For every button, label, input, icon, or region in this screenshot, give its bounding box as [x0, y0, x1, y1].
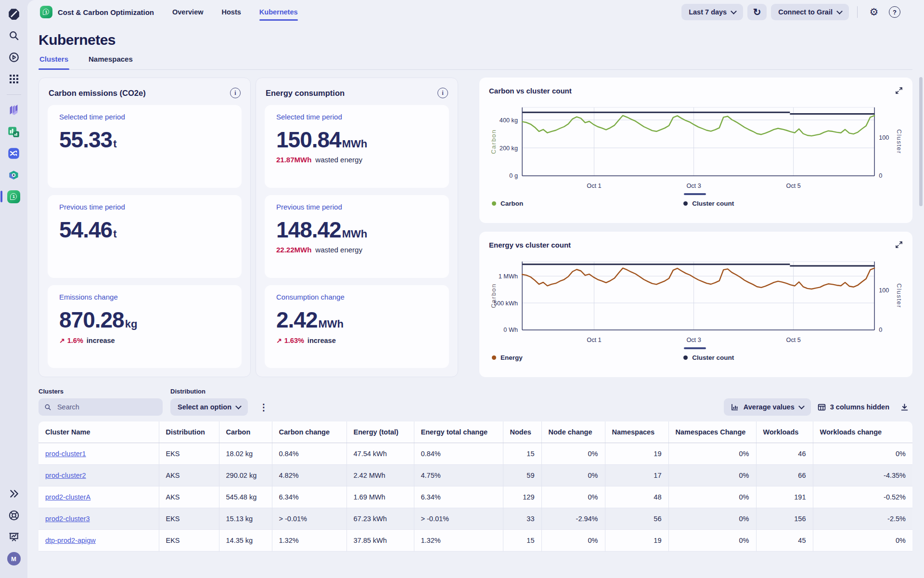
table-cell: 48	[605, 486, 668, 508]
column-header[interactable]: Distribution	[159, 421, 219, 443]
tile-unit: t	[113, 138, 116, 150]
expand-icon[interactable]	[895, 241, 903, 249]
bar-chart-icon	[731, 403, 739, 411]
tab-clusters[interactable]: Clusters	[38, 50, 69, 69]
table-cell: 4.75%	[414, 465, 503, 486]
cluster-link[interactable]: dtp-prod2-apigw	[45, 537, 96, 544]
layers-app-icon	[7, 104, 20, 117]
column-header[interactable]: Carbon	[219, 421, 272, 443]
settings-button[interactable]	[866, 4, 882, 20]
refresh-button[interactable]	[747, 4, 767, 20]
nav-tab-kubernetes[interactable]: Kubernetes	[259, 0, 298, 24]
legend-item[interactable]: Cluster count	[683, 200, 734, 207]
table-cell: 0%	[668, 443, 756, 465]
expand-icon[interactable]	[895, 87, 903, 94]
search-button[interactable]	[5, 26, 23, 45]
distribution-filter-label: Distribution	[170, 388, 248, 395]
y-axis-title: Carbon	[490, 129, 497, 154]
nav-tab-hosts[interactable]: Hosts	[222, 0, 241, 24]
nav-tab-overview[interactable]: Overview	[172, 0, 204, 24]
expand-sidebar-button[interactable]	[5, 485, 23, 503]
cluster-search[interactable]	[38, 398, 163, 416]
vertical-scrollbar[interactable]	[919, 77, 923, 206]
kebab-menu-icon	[259, 402, 269, 413]
whats-new-button[interactable]	[5, 528, 23, 546]
table-cell: AKS	[159, 465, 219, 486]
column-header[interactable]: Nodes	[503, 421, 541, 443]
info-icon[interactable]	[437, 88, 448, 98]
columns-hidden-button[interactable]: 3 columns hidden	[818, 403, 889, 411]
value-mode-select[interactable]: Average values	[724, 398, 811, 416]
download-button[interactable]	[896, 399, 912, 415]
previous-period-tile: Previous time period 148.42MWh 22.22MWhw…	[265, 195, 449, 278]
carbon-vs-cluster-chart: 0 g200 kg400 kg0100Oct 1Oct 3Oct 5Carbon…	[489, 101, 903, 192]
y-axis-tick: 500 kWh	[494, 300, 518, 307]
legend-item[interactable]: Energy	[492, 354, 523, 361]
chart-horizontal-scrollbar[interactable]	[684, 347, 706, 349]
sidebar-item-workflows-app[interactable]	[5, 144, 23, 162]
legend-label: Energy	[500, 354, 523, 361]
wasted-energy-label: wasted energy	[315, 246, 362, 254]
cluster-name-cell: dtp-prod2-apigw	[38, 530, 159, 552]
help-menu-button[interactable]	[886, 4, 903, 20]
dynatrace-logo[interactable]	[5, 5, 23, 23]
column-header[interactable]: Cluster Name	[38, 421, 159, 443]
info-icon[interactable]	[230, 88, 241, 98]
tile-value: 150.84	[276, 127, 341, 152]
column-header[interactable]: Workloads	[756, 421, 813, 443]
legend-dot	[492, 201, 496, 206]
table-toolbar: Clusters Distribution Select an option	[38, 388, 912, 416]
column-header[interactable]: Namespaces Change	[668, 421, 756, 443]
user-menu-button[interactable]: M	[5, 550, 23, 568]
legend-item[interactable]: Cluster count	[683, 354, 734, 361]
table-cell: 33	[503, 508, 541, 530]
table-cell: 6.34%	[272, 486, 346, 508]
column-header[interactable]: Energy (total)	[346, 421, 414, 443]
playgrounds-button[interactable]	[5, 48, 23, 66]
table-cell: 66	[756, 465, 813, 486]
sidebar-item-cost-carbon-app[interactable]	[5, 187, 23, 206]
column-header[interactable]: Carbon change	[272, 421, 346, 443]
column-header[interactable]: Namespaces	[605, 421, 668, 443]
connect-to-grail-button[interactable]: Connect to Grail	[771, 4, 849, 20]
table-cell: 1.32%	[272, 530, 346, 552]
sidebar-item-clouds-app[interactable]	[5, 166, 23, 184]
table-cell: 0%	[668, 486, 756, 508]
charts-column: Carbon vs cluster count 0 g200 kg400 kg0…	[479, 78, 912, 377]
legend-item[interactable]: Carbon	[492, 200, 523, 207]
table-cell: 0%	[541, 443, 605, 465]
cluster-link[interactable]: prod2-clusterA	[45, 493, 90, 501]
sidebar-item-dashboards-app[interactable]	[5, 122, 23, 141]
tile-label: Emissions change	[59, 293, 230, 301]
table-cell: 191	[756, 486, 813, 508]
x-axis-tick: Oct 5	[786, 337, 801, 343]
column-header[interactable]: Workloads change	[813, 421, 912, 443]
tile-value: 2.42	[276, 307, 318, 332]
all-apps-button[interactable]	[5, 70, 23, 88]
time-range-selector[interactable]: Last 7 days	[681, 4, 743, 20]
kpi-and-charts: Carbon emissions (CO2e) Selected time pe…	[38, 78, 912, 377]
help-button[interactable]	[5, 506, 23, 525]
clusters-table-card: Cluster NameDistributionCarbonCarbon cha…	[38, 421, 912, 552]
column-header[interactable]: Energy total change	[414, 421, 503, 443]
sidebar-item-infrastructure-app[interactable]	[5, 101, 23, 119]
chart-legend: EnergyCluster count	[489, 354, 903, 366]
table-columns-icon	[818, 403, 826, 411]
more-filters-button[interactable]	[256, 398, 272, 416]
column-header[interactable]: Node change	[541, 421, 605, 443]
page-content: Kubernetes Clusters Namespaces Carbon em…	[27, 32, 924, 552]
table-cell: 129	[503, 486, 541, 508]
legend-label: Cluster count	[692, 354, 734, 361]
chart-horizontal-scrollbar[interactable]	[684, 193, 706, 195]
tab-namespaces[interactable]: Namespaces	[88, 50, 134, 69]
selected-period-tile: Selected time period 150.84MWh 21.87MWhw…	[265, 105, 449, 188]
cluster-link[interactable]: prod-cluster2	[45, 472, 86, 479]
gear-icon	[870, 6, 879, 18]
topbar-divider	[857, 6, 858, 18]
cluster-link[interactable]: prod2-cluster3	[45, 515, 90, 523]
table-cell: AKS	[159, 486, 219, 508]
app-chip[interactable]: Cost & Carbon Optimization	[40, 6, 154, 18]
search-input[interactable]	[56, 403, 157, 411]
distribution-select[interactable]: Select an option	[170, 398, 248, 416]
cluster-link[interactable]: prod-cluster1	[45, 450, 86, 458]
